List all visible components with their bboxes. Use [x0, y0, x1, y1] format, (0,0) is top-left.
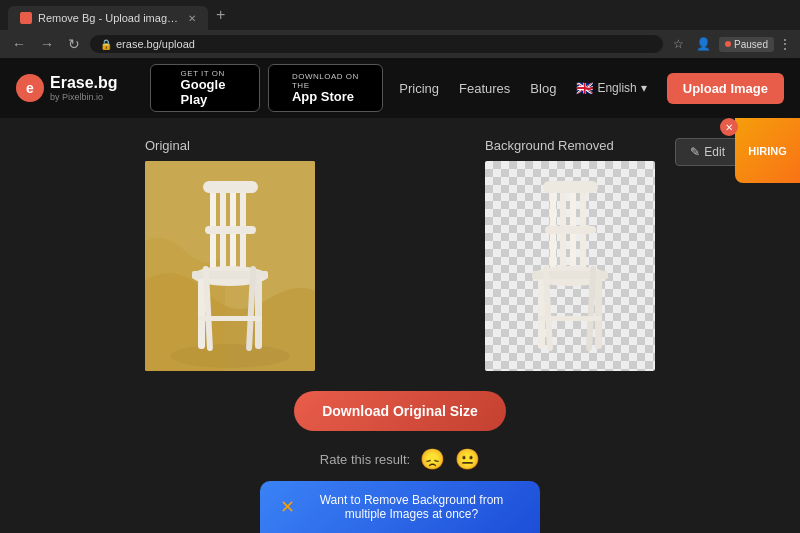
profile-icon[interactable]: 👤	[692, 35, 715, 53]
svg-rect-19	[543, 181, 598, 193]
paused-label: Paused	[734, 39, 768, 50]
svg-rect-20	[545, 226, 596, 234]
app-store-buttons: ▶ GET IT ON Google Play  Download on th…	[150, 64, 384, 112]
chevron-down-icon: ▾	[641, 81, 647, 95]
nav-links: Pricing Features Blog 🇬🇧 English ▾ Uploa…	[399, 73, 784, 104]
language-label: English	[597, 81, 636, 95]
bg-removed-label: Background Removed	[485, 138, 614, 153]
nav-pricing[interactable]: Pricing	[399, 81, 439, 96]
rating-label: Rate this result:	[320, 452, 410, 467]
original-panel: Original	[145, 138, 315, 371]
original-image	[145, 161, 315, 371]
svg-rect-14	[198, 316, 262, 321]
logo-sub-text: by Pixelbin.io	[50, 92, 118, 102]
browser-tabs: Remove Bg - Upload images to... ✕ +	[0, 0, 800, 30]
sad-emoji[interactable]: 😞	[420, 447, 445, 471]
svg-rect-11	[255, 279, 262, 349]
rating-area: Rate this result: 😞 😐	[320, 447, 480, 471]
browser-menu-icon[interactable]: ⋮	[778, 36, 792, 52]
logo-area: e Erase.bg by Pixelbin.io	[16, 74, 118, 102]
upload-image-button[interactable]: Upload Image	[667, 73, 784, 104]
removed-chair-svg	[485, 161, 655, 371]
logo-icon: e	[16, 74, 44, 102]
pencil-icon: ✎	[690, 145, 700, 159]
bottom-banner: ✕ Want to Remove Background from multipl…	[260, 481, 540, 533]
language-selector[interactable]: 🇬🇧 English ▾	[576, 80, 646, 96]
forward-button[interactable]: →	[36, 34, 58, 54]
browser-toolbar: ← → ↻ 🔒 erase.bg/upload ☆ 👤 Paused ⋮	[0, 30, 800, 58]
active-tab[interactable]: Remove Bg - Upload images to... ✕	[8, 6, 208, 30]
lock-icon: 🔒	[100, 39, 112, 50]
svg-rect-7	[205, 226, 256, 234]
tab-close-btn[interactable]: ✕	[188, 13, 196, 24]
logo-text: Erase.bg by Pixelbin.io	[50, 74, 118, 102]
back-button[interactable]: ←	[8, 34, 30, 54]
page: e Erase.bg by Pixelbin.io ▶ GET IT ON Go…	[0, 58, 800, 533]
hiring-close-button[interactable]: ✕	[720, 118, 738, 136]
paused-badge: Paused	[719, 37, 774, 52]
address-bar[interactable]: 🔒 erase.bg/upload	[90, 35, 663, 53]
hiring-badge[interactable]: HIRING	[735, 118, 800, 183]
address-text: erase.bg/upload	[116, 38, 195, 50]
app-store-small: Download on the	[292, 72, 372, 90]
edit-button[interactable]: ✎ Edit	[675, 138, 740, 166]
neutral-emoji[interactable]: 😐	[455, 447, 480, 471]
flag-icon: 🇬🇧	[576, 80, 593, 96]
paused-dot	[725, 41, 731, 47]
edit-label: Edit	[704, 145, 725, 159]
app-store-button[interactable]:  Download on the App Store	[268, 64, 383, 112]
bg-removed-image	[485, 161, 655, 371]
banner-text: Want to Remove Background from multiple …	[303, 493, 520, 521]
browser-chrome: Remove Bg - Upload images to... ✕ + ← → …	[0, 0, 800, 58]
app-store-large: App Store	[292, 90, 372, 104]
tab-title: Remove Bg - Upload images to...	[38, 12, 182, 24]
tab-favicon	[20, 12, 32, 24]
bookmark-icon[interactable]: ☆	[669, 35, 688, 53]
main-content: Original	[0, 118, 800, 507]
nav-features[interactable]: Features	[459, 81, 510, 96]
top-nav: e Erase.bg by Pixelbin.io ▶ GET IT ON Go…	[0, 58, 800, 118]
logo-main-text: Erase.bg	[50, 74, 118, 92]
google-play-text: GET IT ON Google Play	[181, 69, 250, 107]
apple-icon: 	[279, 78, 286, 99]
bg-removed-panel: Background Removed	[485, 138, 655, 371]
svg-rect-6	[203, 181, 258, 193]
original-label: Original	[145, 138, 190, 153]
image-comparison: Original	[60, 138, 740, 371]
app-store-text: Download on the App Store	[292, 72, 372, 104]
reload-button[interactable]: ↻	[64, 34, 84, 54]
svg-rect-27	[538, 316, 602, 321]
edit-btn-area: ✎ Edit	[675, 138, 740, 166]
google-play-large: Google Play	[181, 78, 250, 107]
svg-rect-24	[595, 279, 602, 349]
new-tab-button[interactable]: +	[208, 2, 233, 28]
google-play-button[interactable]: ▶ GET IT ON Google Play	[150, 64, 261, 112]
bolt-icon: ✕	[280, 496, 295, 518]
google-play-icon: ▶	[161, 77, 175, 99]
toolbar-right: ☆ 👤 Paused ⋮	[669, 35, 792, 53]
hiring-label: HIRING	[748, 145, 787, 157]
download-button[interactable]: Download Original Size	[294, 391, 506, 431]
original-chair-svg	[145, 161, 315, 371]
nav-blog[interactable]: Blog	[530, 81, 556, 96]
